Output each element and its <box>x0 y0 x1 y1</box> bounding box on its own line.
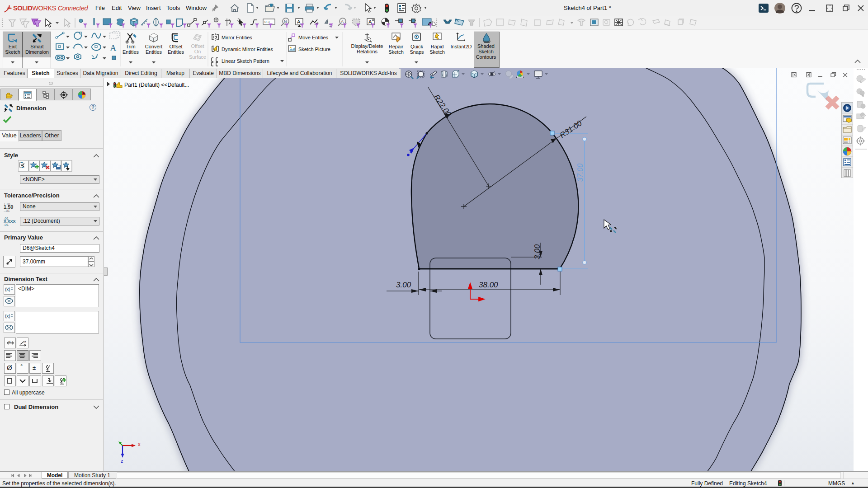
svg-text:x: x <box>9 340 11 343</box>
svg-text:3.00: 3.00 <box>533 244 542 259</box>
svg-text:(x): (x) <box>5 314 10 319</box>
svg-text:z: z <box>121 458 123 464</box>
svg-text:38.00: 38.00 <box>479 281 498 289</box>
svg-text:(x): (x) <box>5 287 10 292</box>
svg-text:N: N <box>284 19 287 24</box>
svg-text:3.00: 3.00 <box>396 281 411 289</box>
svg-text:A: A <box>341 19 344 24</box>
svg-text:x: x <box>138 441 141 447</box>
svg-text:A: A <box>297 19 301 24</box>
svg-text:0.3: 0.3 <box>264 20 270 24</box>
svg-text:37.00: 37.00 <box>576 164 584 182</box>
svg-text:x: x <box>24 339 27 343</box>
svg-text:A: A <box>110 43 117 53</box>
